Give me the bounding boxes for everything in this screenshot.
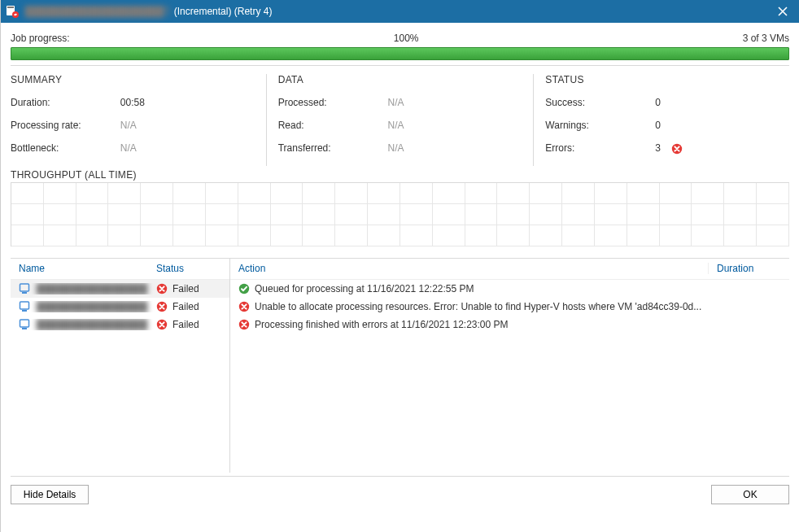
data-column: DATA Processed:N/A Read:N/A Transferred:… — [267, 74, 535, 166]
vm-list-body[interactable]: ████████████████ Failed ████████████████ — [11, 280, 229, 473]
vm-icon — [19, 283, 30, 294]
stats-columns: SUMMARY Duration:00:58 Processing rate:N… — [11, 74, 789, 166]
title-obscured: ████████████████████T — [24, 6, 171, 17]
success-label: Success: — [545, 97, 655, 108]
log-text: Unable to allocate processing resources.… — [255, 301, 701, 312]
close-icon — [778, 7, 788, 16]
error-icon — [156, 319, 168, 330]
svg-rect-6 — [20, 302, 29, 309]
vm-icon — [19, 301, 30, 312]
footer: Hide Details OK — [11, 476, 789, 504]
vm-status: Failed — [172, 319, 199, 330]
ok-button[interactable]: OK — [711, 485, 789, 504]
transferred-value: N/A — [388, 142, 522, 154]
warnings-label: Warnings: — [545, 120, 655, 131]
errors-count: 3 — [655, 142, 661, 154]
summary-heading: SUMMARY — [11, 74, 255, 85]
details-panels: Name Status ████████████████ Failed — [11, 258, 789, 473]
col-status-header[interactable]: Status — [156, 263, 221, 274]
vm-status: Failed — [172, 283, 199, 294]
warnings-value: 0 — [655, 120, 789, 131]
rate-label: Processing rate: — [11, 120, 120, 131]
error-icon — [156, 283, 168, 294]
errors-value: 3 — [655, 142, 789, 155]
processed-value: N/A — [388, 97, 522, 108]
col-duration-header[interactable]: Duration — [708, 263, 781, 274]
progress-percent: 100% — [70, 33, 743, 44]
log-row[interactable]: Unable to allocate processing resources.… — [230, 298, 789, 316]
vm-row[interactable]: ████████████████ Failed — [11, 298, 229, 316]
action-log-body[interactable]: Queued for processing at 11/16/2021 12:2… — [230, 280, 789, 473]
error-icon — [156, 301, 168, 312]
vm-row[interactable]: ████████████████ Failed — [11, 280, 229, 298]
transferred-label: Transferred: — [278, 142, 388, 154]
action-log-header: Action Duration — [230, 259, 789, 280]
vm-name: ████████████████ — [35, 301, 149, 312]
col-name-header[interactable]: Name — [19, 263, 156, 274]
close-button[interactable] — [771, 0, 794, 23]
titlebar: ████████████████████T (Incremental) (Ret… — [1, 0, 799, 23]
svg-rect-9 — [20, 320, 29, 327]
rate-value: N/A — [120, 120, 255, 131]
vm-name: ████████████████ — [35, 319, 149, 330]
status-heading: STATUS — [545, 74, 789, 85]
app-icon — [6, 5, 19, 18]
log-row[interactable]: Queued for processing at 11/16/2021 12:2… — [230, 280, 789, 298]
status-column: STATUS Success:0 Warnings:0 Errors: 3 — [534, 74, 789, 166]
duration-value: 00:58 — [120, 97, 255, 108]
bottleneck-value: N/A — [120, 142, 255, 154]
data-heading: DATA — [278, 74, 522, 85]
read-value: N/A — [388, 120, 522, 131]
separator — [11, 65, 789, 66]
hide-details-button[interactable]: Hide Details — [11, 485, 89, 504]
vm-row[interactable]: ████████████████ Failed — [11, 316, 229, 334]
action-log-pane: Action Duration Queued for processing at… — [230, 259, 789, 473]
progress-label: Job progress: — [11, 33, 70, 44]
errors-label: Errors: — [545, 142, 655, 154]
error-icon — [238, 301, 250, 312]
progress-vm-count: 3 of 3 VMs — [743, 33, 789, 44]
vm-status: Failed — [172, 301, 199, 312]
progress-bar — [11, 47, 789, 60]
svg-rect-3 — [20, 284, 29, 291]
progress-row: Job progress: 100% 3 of 3 VMs — [11, 29, 789, 47]
vm-icon — [19, 319, 30, 330]
vm-name: ████████████████ — [35, 283, 149, 294]
vm-list-pane: Name Status ████████████████ Failed — [11, 259, 230, 473]
throughput-chart — [11, 182, 789, 246]
log-row[interactable]: Processing finished with errors at 11/16… — [230, 316, 789, 334]
success-value: 0 — [655, 97, 789, 108]
error-icon — [671, 143, 683, 155]
throughput-heading: THROUGHPUT (ALL TIME) — [11, 169, 789, 181]
bottleneck-label: Bottleneck: — [11, 142, 120, 154]
col-action-header[interactable]: Action — [238, 263, 708, 274]
svg-rect-7 — [22, 310, 27, 312]
title-suffix: (Incremental) (Retry 4) — [171, 6, 272, 17]
read-label: Read: — [278, 120, 388, 131]
processed-label: Processed: — [278, 97, 388, 108]
svg-rect-10 — [22, 328, 27, 329]
log-text: Queued for processing at 11/16/2021 12:2… — [255, 283, 474, 294]
vm-list-header: Name Status — [11, 259, 229, 280]
window-title: ████████████████████T (Incremental) (Ret… — [24, 6, 771, 17]
summary-column: SUMMARY Duration:00:58 Processing rate:N… — [11, 74, 267, 166]
svg-rect-4 — [22, 292, 27, 294]
error-icon — [238, 319, 250, 330]
ok-icon — [238, 283, 250, 294]
log-text: Processing finished with errors at 11/16… — [255, 319, 509, 330]
duration-label: Duration: — [11, 97, 120, 108]
